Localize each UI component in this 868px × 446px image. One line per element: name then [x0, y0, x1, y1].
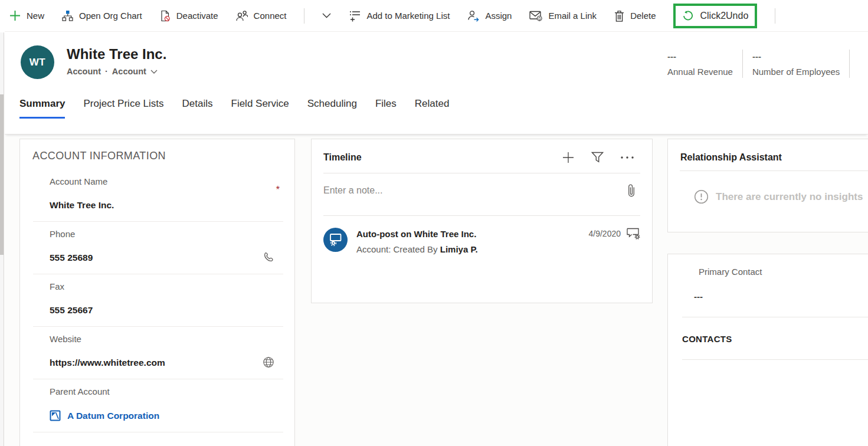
plus-icon [9, 10, 21, 21]
stat-divider [849, 50, 850, 78]
stat-annual-revenue: --- Annual Revenue [667, 51, 742, 77]
org-chart-icon [62, 10, 73, 21]
form-body: ACCOUNT INFORMATION Account Name * White… [5, 135, 868, 446]
fax-label: Fax [50, 281, 294, 291]
email-link-icon [529, 10, 542, 21]
paperclip-icon[interactable] [627, 183, 636, 198]
tab-field-service[interactable]: Field Service [231, 98, 289, 119]
open-org-chart-label: Open Org Chart [79, 11, 142, 21]
tab-project-price-lists[interactable]: Project Price Lists [83, 98, 163, 119]
form-selector-label: Account [112, 67, 146, 76]
account-entity-icon [50, 410, 61, 421]
no-insights-message: There are currently no insights [694, 189, 868, 204]
relationship-assistant-card: Relationship Assistant There are current… [667, 139, 868, 232]
form-selector-chevron-icon[interactable] [150, 70, 158, 74]
post-type-icon [626, 228, 640, 240]
page-title: White Tree Inc. [67, 46, 166, 63]
number-of-employees-value: --- [752, 51, 840, 61]
avatar: WT [21, 45, 54, 79]
new-button-label: New [27, 11, 44, 21]
card-divider [682, 317, 868, 317]
tab-scheduling[interactable]: Scheduling [307, 98, 357, 119]
deactivate-button[interactable]: Deactivate [160, 10, 218, 22]
timeline-filter-icon[interactable] [591, 152, 604, 163]
contacts-section-header: CONTACTS [682, 334, 868, 344]
tab-files[interactable]: Files [375, 98, 397, 119]
note-input[interactable]: Enter a note... [323, 173, 640, 206]
add-to-marketing-list-button[interactable]: Add to Marketing List [349, 10, 450, 22]
toolbar-divider [775, 8, 775, 24]
fax-value[interactable]: 555 25667 [50, 305, 93, 315]
command-bar: New Open Org Chart Deactivate [5, 0, 868, 32]
deactivate-label: Deactivate [176, 11, 218, 21]
undo-icon [682, 10, 694, 22]
no-insights-text: There are currently no insights [716, 191, 863, 203]
tab-bar: Summary Project Price Lists Details Fiel… [19, 98, 449, 119]
account-information-title: ACCOUNT INFORMATION [32, 150, 283, 162]
number-of-employees-label: Number of Employees [752, 67, 840, 77]
email-a-link-button[interactable]: Email a Link [529, 10, 597, 21]
post-description: Account: Created By Limiya P. [356, 244, 640, 254]
assign-icon [467, 10, 479, 22]
click2undo-button[interactable]: Click2Undo [673, 4, 757, 28]
toolbar-divider [304, 8, 304, 24]
field-fax: Fax 555 25667 [20, 274, 294, 316]
left-scrollbar-thumb[interactable] [0, 94, 4, 255]
field-account-name: Account Name * White Tree Inc. [20, 176, 294, 211]
record-subtitle: Account · Account [67, 67, 166, 76]
contacts-card: Primary Contact --- CONTACTS [667, 254, 868, 446]
connect-icon [236, 10, 248, 21]
account-name-value[interactable]: White Tree Inc. [50, 200, 114, 210]
primary-contact-value[interactable]: --- [694, 291, 868, 301]
subtitle-separator: · [105, 67, 108, 76]
timeline-divider [323, 215, 640, 216]
note-placeholder: Enter a note... [323, 185, 627, 196]
relationship-assistant-title: Relationship Assistant [680, 152, 868, 163]
account-name-label: Account Name [50, 176, 294, 186]
trash-icon [614, 10, 624, 22]
info-icon [694, 189, 709, 204]
email-a-link-label: Email a Link [548, 11, 597, 21]
connect-button[interactable]: Connect [236, 10, 287, 21]
globe-icon[interactable] [263, 356, 274, 368]
post-author: Limiya P. [440, 244, 478, 254]
click2undo-label: Click2Undo [700, 11, 748, 21]
stat-number-of-employees: --- Number of Employees [743, 51, 849, 77]
field-divider [33, 432, 283, 432]
phone-icon[interactable] [263, 251, 274, 263]
overflow-chevron-button[interactable] [322, 13, 331, 18]
card-divider [680, 170, 868, 171]
annual-revenue-label: Annual Revenue [667, 67, 733, 77]
add-to-marketing-list-label: Add to Marketing List [366, 11, 450, 21]
marketing-list-icon [349, 10, 361, 22]
assign-label: Assign [485, 11, 512, 21]
connect-label: Connect [254, 11, 287, 21]
timeline-more-icon[interactable] [620, 156, 634, 159]
post-date: 4/9/2020 [589, 229, 621, 238]
chevron-down-icon [322, 13, 331, 18]
auto-post-icon [323, 228, 348, 254]
primary-contact-label: Primary Contact [699, 267, 868, 277]
new-button[interactable]: New [9, 10, 44, 21]
tab-summary[interactable]: Summary [19, 98, 65, 119]
tab-related[interactable]: Related [415, 98, 450, 119]
field-website: Website https://www.whitetree.com [20, 327, 294, 368]
field-phone: Phone 555 25689 [20, 222, 294, 263]
entity-type-label: Account [67, 67, 101, 76]
phone-value[interactable]: 555 25689 [50, 252, 93, 263]
phone-label: Phone [50, 229, 294, 239]
parent-account-label: Parent Account [50, 386, 294, 396]
timeline-post[interactable]: Auto-post on White Tree Inc. 4/9/2020 Ac… [323, 228, 640, 254]
timeline-card: Timeline Enter a note... [311, 139, 653, 303]
timeline-add-icon[interactable] [562, 151, 575, 164]
parent-account-link[interactable]: A Datum Corporation [67, 411, 159, 421]
website-value[interactable]: https://www.whitetree.com [50, 358, 165, 368]
delete-button[interactable]: Delete [614, 10, 656, 22]
timeline-title: Timeline [323, 152, 562, 163]
post-body-prefix: Account: Created By [356, 244, 440, 254]
post-title: Auto-post on White Tree Inc. [356, 229, 589, 239]
tab-details[interactable]: Details [182, 98, 213, 119]
assign-button[interactable]: Assign [467, 10, 512, 22]
open-org-chart-button[interactable]: Open Org Chart [62, 10, 142, 21]
delete-label: Delete [630, 11, 656, 21]
